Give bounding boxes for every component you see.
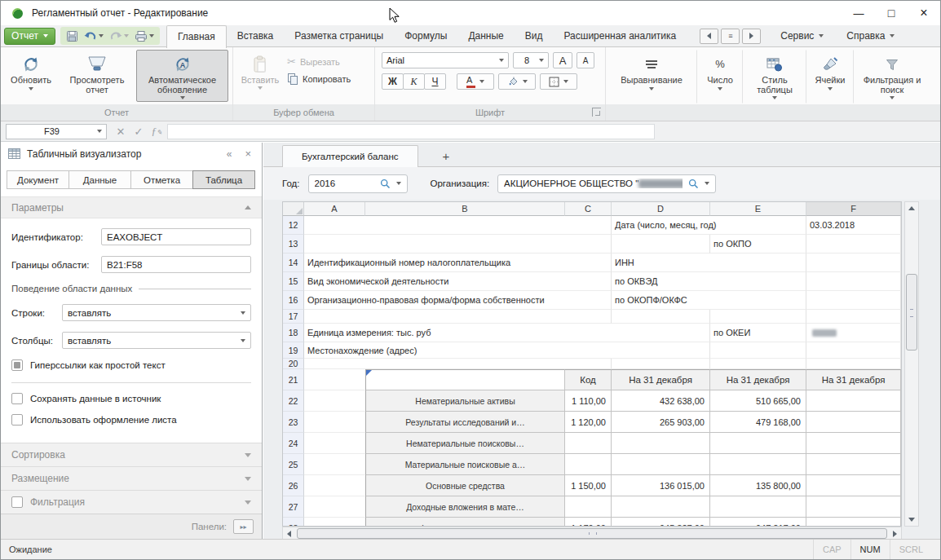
organization-input[interactable]: АКЦИОНЕРНОЕ ОБЩЕСТВО "" [497,174,716,193]
table-style-button[interactable]: Стиль таблицы [743,50,806,104]
report-menu-button[interactable]: Отчет [4,28,55,45]
underline-button[interactable]: Ч [424,73,446,90]
panel-checkbox-row[interactable]: Сохранять данные в источник [11,393,251,404]
tab-scroll-left-button[interactable] [700,29,718,44]
borders-button[interactable] [540,73,577,90]
sheet-cell-F12[interactable]: 03.03.2018 [806,216,901,235]
sheet-cell-A27[interactable] [304,496,365,518]
sheet-cell-D13[interactable] [612,235,710,254]
sheet-cell-D26[interactable]: 136 015,00 [612,475,710,496]
alignment-button[interactable]: Выравнивание [606,50,697,104]
params-section-header[interactable]: Параметры [1,196,262,218]
bold-button[interactable]: Ж [382,73,404,90]
row-header-12[interactable]: 12 [283,216,304,235]
sheet-cell-A24[interactable] [304,433,365,454]
insert-function-icon[interactable]: ƒ✎ [148,125,166,138]
sheet-cell-C24[interactable] [565,433,612,454]
vertical-scrollbar-thumb[interactable] [906,274,917,351]
sheet-cell-D22[interactable]: 432 638,00 [612,390,710,412]
font-color-button[interactable]: A [457,73,494,90]
panel-checkbox-row[interactable]: Использовать оформление листа [11,414,251,426]
close-button[interactable]: × [908,1,940,25]
sheet-cell-E13[interactable]: по ОКПО [710,235,806,254]
chevron-down-icon[interactable] [99,34,104,37]
row-header-16[interactable]: 16 [283,291,304,310]
service-menu[interactable]: Сервис [777,30,827,42]
sheet-cell-E23[interactable]: 479 168,00 [710,412,806,433]
sheet-cell-E24[interactable] [710,433,806,454]
rows-behavior-select[interactable]: вставлять [62,304,251,321]
column-header-C[interactable]: C [565,202,612,216]
column-header-D[interactable]: D [612,202,710,216]
sheet-cell-F14[interactable] [806,254,901,272]
sheet-cell-A15[interactable]: Вид экономической деятельности [304,272,612,291]
sheet-cell-D17[interactable] [612,310,710,324]
sheet-cell-B12[interactable] [365,216,565,235]
sheet-cell-F23[interactable] [806,412,901,433]
sheet-cell-E27[interactable] [710,496,806,518]
document-tab-balance[interactable]: Бухгалтерский баланс [282,145,418,167]
column-header-E[interactable]: E [710,202,806,216]
sheet-cell-B24[interactable]: Нематериальные поисковы… [365,433,565,454]
row-header-21[interactable]: 21 [283,369,304,390]
chevron-down-icon[interactable] [396,182,401,185]
sheet-cell-B22[interactable]: Нематериальные активы [365,390,565,412]
column-header-F[interactable]: F [806,202,901,216]
horizontal-scrollbar-thumb[interactable] [297,528,887,539]
panel-tab-Таблица[interactable]: Таблица [192,170,255,189]
sheet-cell-D15[interactable]: по ОКВЭД [612,272,806,291]
sheet-cell-F22[interactable] [806,390,901,412]
sheet-cell-E22[interactable]: 510 665,00 [710,390,806,412]
sheet-cell-C27[interactable] [565,496,612,518]
collapse-panel-icon[interactable]: « [223,148,236,160]
cols-behavior-select[interactable]: вставлять [62,332,251,349]
sheet-cell-E26[interactable]: 135 800,00 [710,475,806,496]
checkbox[interactable] [11,414,23,426]
paste-button[interactable]: Вставить [236,50,284,102]
undo-button[interactable] [82,29,105,43]
cancel-entry-icon[interactable]: ✕ [112,126,130,138]
sheet-cell-E20[interactable] [710,359,806,369]
row-header-14[interactable]: 14 [283,254,304,272]
sheet-cell-E19[interactable] [710,342,806,359]
panel-section-Сортировка[interactable]: Сортировка [1,443,262,466]
sheet-cell-B17[interactable] [365,310,565,324]
sheet-cell-A20[interactable] [304,359,365,369]
cut-button[interactable]: ✂ Вырезать [284,53,354,70]
row-header-26[interactable]: 26 [283,475,304,496]
refresh-button[interactable]: Обновить [4,50,58,102]
sheet-cell-F28[interactable] [806,518,901,527]
sheet-cell-D16[interactable]: по ОКОПФ/ОКФС [612,291,806,310]
sheet-cell-D12[interactable]: Дата (число, месяц, год) [612,216,806,235]
search-icon[interactable] [688,179,699,189]
ribbon-tab-Вставка[interactable]: Вставка [227,25,285,47]
sheet-cell-A22[interactable] [304,390,365,412]
sheet-cell-A17[interactable] [304,310,365,324]
scroll-down-button[interactable] [906,514,917,526]
row-header-24[interactable]: 24 [283,433,304,454]
increase-font-button[interactable]: А [553,52,572,68]
confirm-entry-icon[interactable]: ✓ [130,126,148,138]
tab-list-button[interactable]: ≡ [721,29,740,44]
sheet-cell-D20[interactable] [612,359,710,369]
sheet-cell-C25[interactable] [565,454,612,475]
sheet-cell-A14[interactable]: Идентификационный номер налогоплательщик… [304,254,612,272]
formula-input[interactable] [167,124,655,139]
sheet-cell-A21[interactable] [304,369,365,390]
sheet-cell-D27[interactable] [612,496,710,518]
sheet-cell-E25[interactable] [710,454,806,475]
search-icon[interactable] [380,179,391,189]
font-dialog-launcher-icon[interactable] [592,108,601,117]
cell-reference-box[interactable]: F39 [6,124,107,139]
sheet-cell-C12[interactable] [565,216,612,235]
sheet-cell-C28[interactable]: 1 170,00 [565,518,612,527]
ribbon-tab-Формулы[interactable]: Формулы [394,25,457,47]
ribbon-tab-Разметка страницы[interactable]: Разметка страницы [284,25,394,47]
sheet-cell-A16[interactable]: Организационно-правовая форма/форма собс… [304,291,612,310]
help-menu[interactable]: Справка [843,30,898,42]
bounds-input[interactable]: B21:F58 [101,256,251,273]
column-header-A[interactable]: A [304,202,365,216]
ribbon-tab-Данные[interactable]: Данные [457,25,514,47]
panel-section-Фильтрация[interactable]: Фильтрация [1,490,262,514]
sheet-cell-A28[interactable] [304,518,365,527]
